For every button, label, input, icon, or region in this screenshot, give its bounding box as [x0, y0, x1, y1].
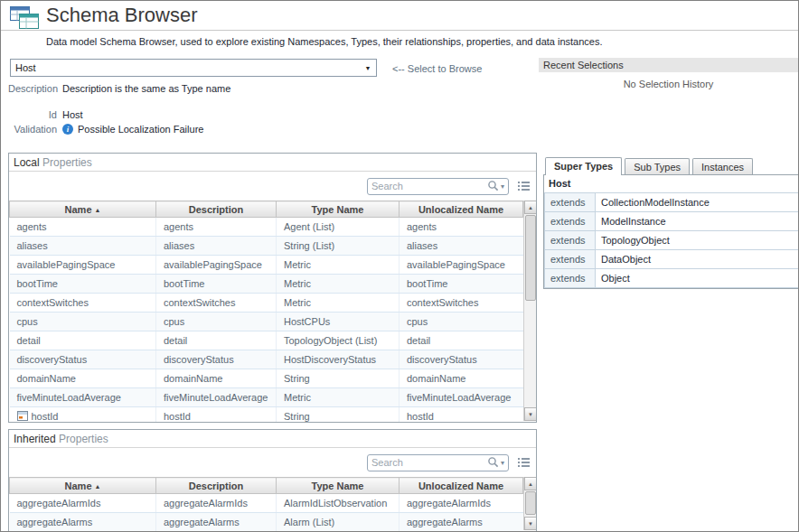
cell-description: aggregateAlarms: [156, 513, 277, 532]
table-row[interactable]: hostId hostId String hostId: [10, 407, 523, 424]
select-to-browse-hint: <-- Select to Browse: [392, 63, 482, 74]
table-row[interactable]: extends DataObject: [545, 250, 799, 269]
column-label: Type Name: [312, 204, 364, 215]
cell-unlocalized-name: hostId: [400, 407, 523, 424]
cell-description: contextSwitches: [156, 294, 277, 313]
search-icon[interactable]: [487, 456, 499, 470]
table-row[interactable]: extends TopologyObject: [545, 231, 799, 250]
scroll-up-icon[interactable]: ▲: [524, 477, 537, 490]
scroll-down-icon[interactable]: ▼: [524, 407, 537, 421]
cell-description: domainName: [156, 369, 277, 388]
cell-type-name: String: [277, 369, 400, 388]
table-row[interactable]: extends Object: [545, 269, 799, 288]
table-row[interactable]: aggregateAlarms aggregateAlarms Alarm (L…: [10, 513, 523, 532]
cell-description: bootTime: [156, 275, 277, 294]
cell-type-name: Metric: [277, 388, 400, 407]
id-row: Id Host: [8, 109, 83, 120]
cell-unlocalized-name: bootTime: [400, 275, 523, 294]
cell-super-type: DataObject: [596, 250, 799, 269]
table-row[interactable]: detail detail TopologyObject (List) deta…: [10, 331, 523, 350]
type-name-header: Host: [544, 175, 798, 192]
property-name: hostId: [32, 411, 59, 422]
cell-name: fiveMinuteLoadAverage: [10, 388, 156, 407]
validation-value: Possible Localization Failure: [78, 124, 203, 135]
table-row[interactable]: domainName domainName String domainName: [10, 369, 523, 388]
recent-selections-panel: Recent Selections No Selection History: [539, 58, 798, 89]
recent-selections-header: Recent Selections: [539, 58, 798, 72]
table-row[interactable]: availablePagingSpace availablePagingSpac…: [10, 256, 523, 275]
search-input[interactable]: [371, 457, 487, 468]
table-customizer-icon[interactable]: [518, 181, 530, 193]
cell-description: agents: [156, 218, 277, 237]
cell-relation-keyword: extends: [545, 193, 596, 212]
cell-unlocalized-name: fiveMinuteLoadAverage: [400, 388, 523, 407]
id-label: Id: [8, 109, 57, 120]
table-header-row: Name▲ Description Type Name Unlocalized …: [10, 201, 523, 218]
table-row[interactable]: extends ModelInstance: [545, 212, 799, 231]
column-header-name[interactable]: Name▲: [10, 201, 156, 218]
panel-title-muted: Properties: [42, 156, 92, 169]
table-row[interactable]: aliases aliases String (List) aliases: [10, 237, 523, 256]
cell-type-name: String: [277, 407, 400, 424]
description-label: Description: [8, 83, 57, 94]
column-header-type-name[interactable]: Type Name: [277, 478, 400, 494]
table-row[interactable]: discoveryStatus discoveryStatus HostDisc…: [10, 350, 523, 369]
search-options-caret-icon[interactable]: ▾: [501, 182, 504, 191]
scrollbar-thumb[interactable]: [525, 215, 536, 301]
search-icon[interactable]: [487, 180, 499, 193]
cell-type-name: Alarm (List): [277, 513, 400, 532]
table-row[interactable]: bootTime bootTime Metric bootTime: [10, 275, 523, 294]
column-header-type-name[interactable]: Type Name: [277, 201, 400, 218]
cell-description: cpus: [156, 313, 277, 331]
local-properties-table: Name▲ Description Type Name Unlocalized …: [9, 201, 523, 423]
cell-super-type: CollectionModelInstance: [596, 193, 799, 212]
validation-label: Validation: [8, 124, 57, 135]
column-label: Type Name: [312, 481, 364, 491]
cell-unlocalized-name: contextSwitches: [400, 294, 523, 313]
recent-selections-empty-text: No Selection History: [539, 72, 798, 89]
scroll-up-icon[interactable]: ▲: [524, 201, 537, 214]
column-header-description[interactable]: Description: [156, 201, 277, 218]
search-input[interactable]: [371, 181, 487, 191]
scroll-down-icon[interactable]: ▼: [524, 517, 537, 530]
cell-type-name: HostDiscoveryStatus: [277, 350, 400, 369]
cell-name: detail: [10, 331, 156, 350]
cell-name: agents: [10, 218, 156, 237]
table-row[interactable]: aggregateAlarmIds aggregateAlarmIds Alar…: [10, 494, 523, 513]
column-label: Name: [65, 481, 92, 491]
scrollbar-thumb[interactable]: [525, 491, 536, 515]
cell-description: availablePagingSpace: [156, 256, 277, 275]
tab-super-types[interactable]: Super Types: [545, 157, 622, 175]
local-properties-toolbar: ▾: [9, 172, 536, 201]
search-box[interactable]: ▾: [367, 454, 509, 471]
tab-sub-types[interactable]: Sub Types: [625, 158, 690, 174]
vertical-scrollbar[interactable]: ▲ ▼: [523, 477, 537, 530]
cell-type-name: HostCPUs: [277, 313, 400, 331]
cell-type-name: Agent (List): [277, 218, 400, 237]
table-row[interactable]: extends CollectionModelInstance: [545, 193, 799, 212]
table-row[interactable]: fiveMinuteLoadAverage fiveMinuteLoadAver…: [10, 388, 523, 407]
column-header-description[interactable]: Description: [156, 478, 277, 494]
cell-name: domainName: [10, 369, 156, 388]
table-header-row: Name▲ Description Type Name Unlocalized …: [10, 478, 523, 494]
table-row[interactable]: agents agents Agent (List) agents: [10, 218, 523, 237]
inherited-properties-panel: Inherited Properties ▾ Name▲ Description…: [8, 429, 537, 532]
vertical-scrollbar[interactable]: ▲ ▼: [523, 201, 537, 421]
tab-instances[interactable]: Instances: [692, 158, 753, 174]
inherited-properties-toolbar: ▾: [9, 448, 536, 477]
cell-name: aliases: [10, 237, 156, 256]
column-header-name[interactable]: Name▲: [10, 478, 156, 494]
table-customizer-icon[interactable]: [518, 457, 530, 470]
chevron-down-icon[interactable]: ▼: [360, 60, 376, 76]
search-options-caret-icon[interactable]: ▾: [501, 459, 504, 467]
column-header-unlocalized-name[interactable]: Unlocalized Name: [400, 478, 523, 494]
cell-relation-keyword: extends: [545, 212, 596, 231]
inherited-properties-table: Name▲ Description Type Name Unlocalized …: [9, 477, 523, 532]
table-row[interactable]: cpus cpus HostCPUs cpus: [10, 313, 523, 331]
table-row[interactable]: contextSwitches contextSwitches Metric c…: [10, 294, 523, 313]
search-box[interactable]: ▾: [367, 178, 509, 195]
column-header-unlocalized-name[interactable]: Unlocalized Name: [400, 201, 523, 218]
panel-title-strong: Local: [14, 156, 40, 169]
type-selector[interactable]: Host ▼: [10, 59, 377, 77]
column-label: Description: [189, 481, 244, 491]
